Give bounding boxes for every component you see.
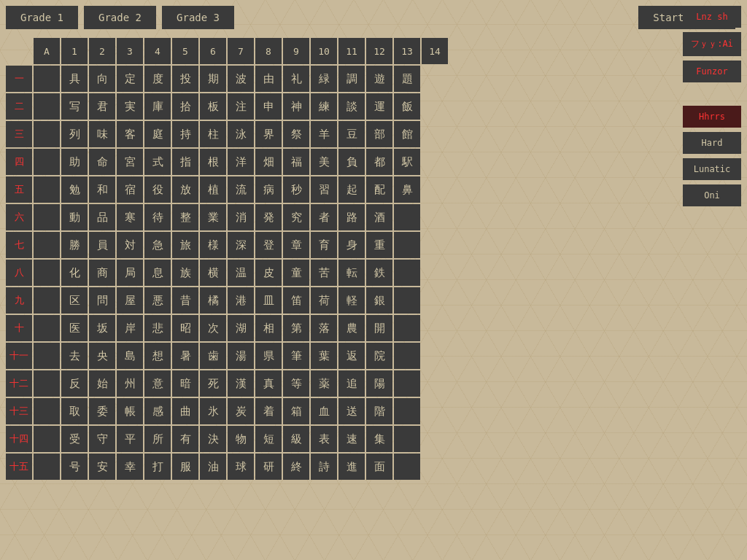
cell-6-7[interactable]: 深 xyxy=(228,232,254,258)
cell-14-1[interactable]: 号 xyxy=(61,454,88,480)
cell-1-5[interactable]: 拾 xyxy=(172,93,198,120)
cell-12-A[interactable] xyxy=(34,398,60,424)
cell-1-2[interactable]: 君 xyxy=(89,93,115,120)
cell-11-11[interactable]: 追 xyxy=(338,370,365,397)
cell-7-7[interactable]: 温 xyxy=(228,260,254,286)
cell-6-9[interactable]: 章 xyxy=(283,232,309,258)
cell-11-3[interactable]: 州 xyxy=(117,370,143,397)
cell-10-10[interactable]: 葉 xyxy=(311,343,337,369)
cell-5-4[interactable]: 待 xyxy=(144,204,171,230)
cell-13-9[interactable]: 級 xyxy=(283,426,309,452)
cell-9-2[interactable]: 坂 xyxy=(89,315,115,341)
cell-12-12[interactable]: 階 xyxy=(366,398,392,424)
cell-0-1[interactable]: 具 xyxy=(61,66,88,92)
col-header-11[interactable]: 11 xyxy=(338,38,365,64)
cell-14-2[interactable]: 安 xyxy=(89,454,115,480)
cell-2-8[interactable]: 界 xyxy=(255,121,282,147)
cell-13-3[interactable]: 平 xyxy=(117,426,143,452)
cell-5-9[interactable]: 究 xyxy=(283,204,309,230)
cell-8-7[interactable]: 港 xyxy=(228,287,254,314)
cell-5-1[interactable]: 動 xyxy=(61,204,88,230)
cell-11-13[interactable] xyxy=(394,370,420,397)
cell-0-3[interactable]: 定 xyxy=(117,66,143,92)
cell-12-5[interactable]: 曲 xyxy=(172,398,198,424)
cell-8-10[interactable]: 荷 xyxy=(311,287,337,314)
cell-10-6[interactable]: 歯 xyxy=(200,343,226,369)
cell-10-4[interactable]: 想 xyxy=(144,343,171,369)
cell-3-10[interactable]: 美 xyxy=(311,149,337,175)
cell-4-2[interactable]: 和 xyxy=(89,176,115,203)
cell-1-4[interactable]: 庫 xyxy=(144,93,171,120)
cell-5-7[interactable]: 消 xyxy=(228,204,254,230)
cell-13-A[interactable] xyxy=(34,426,60,452)
cell-6-2[interactable]: 員 xyxy=(89,232,115,258)
cell-5-6[interactable]: 業 xyxy=(200,204,226,230)
cell-11-7[interactable]: 漢 xyxy=(228,370,254,397)
cell-5-5[interactable]: 整 xyxy=(172,204,198,230)
cell-13-5[interactable]: 有 xyxy=(172,426,198,452)
cell-8-13[interactable] xyxy=(394,287,420,314)
cell-13-4[interactable]: 所 xyxy=(144,426,171,452)
funzor-button[interactable]: Funzor xyxy=(683,61,741,82)
cell-9-13[interactable] xyxy=(394,315,420,341)
cell-4-9[interactable]: 秒 xyxy=(283,176,309,203)
cell-13-1[interactable]: 受 xyxy=(61,426,88,452)
col-header-9[interactable]: 9 xyxy=(283,38,309,64)
cell-4-1[interactable]: 勉 xyxy=(61,176,88,203)
cell-3-6[interactable]: 根 xyxy=(200,149,226,175)
col-header-1[interactable]: 1 xyxy=(61,38,88,64)
col-header-3[interactable]: 3 xyxy=(117,38,143,64)
cell-6-11[interactable]: 身 xyxy=(338,232,365,258)
cell-4-4[interactable]: 役 xyxy=(144,176,171,203)
cell-14-8[interactable]: 研 xyxy=(255,454,282,480)
cell-10-5[interactable]: 暑 xyxy=(172,343,198,369)
cell-14-6[interactable]: 油 xyxy=(200,454,226,480)
cell-6-3[interactable]: 対 xyxy=(117,232,143,258)
col-header-12[interactable]: 12 xyxy=(366,38,392,64)
cell-4-5[interactable]: 放 xyxy=(172,176,198,203)
cell-0-5[interactable]: 投 xyxy=(172,66,198,92)
cell-7-8[interactable]: 皮 xyxy=(255,260,282,286)
cell-6-1[interactable]: 勝 xyxy=(61,232,88,258)
cell-0-9[interactable]: 礼 xyxy=(283,66,309,92)
cell-8-11[interactable]: 軽 xyxy=(338,287,365,314)
cell-0-7[interactable]: 波 xyxy=(228,66,254,92)
grade3-button[interactable]: Grade 3 xyxy=(162,6,234,29)
cell-1-13[interactable]: 飯 xyxy=(394,93,420,120)
cell-7-5[interactable]: 族 xyxy=(172,260,198,286)
cell-4-11[interactable]: 起 xyxy=(338,176,365,203)
cell-9-8[interactable]: 相 xyxy=(255,315,282,341)
cell-0-13[interactable]: 題 xyxy=(394,66,420,92)
cell-6-10[interactable]: 育 xyxy=(311,232,337,258)
cell-12-8[interactable]: 着 xyxy=(255,398,282,424)
cell-12-7[interactable]: 炭 xyxy=(228,398,254,424)
cell-14-5[interactable]: 服 xyxy=(172,454,198,480)
cell-2-10[interactable]: 羊 xyxy=(311,121,337,147)
cell-9-11[interactable]: 農 xyxy=(338,315,365,341)
cell-8-A[interactable] xyxy=(34,287,60,314)
cell-5-10[interactable]: 者 xyxy=(311,204,337,230)
cell-10-7[interactable]: 湯 xyxy=(228,343,254,369)
cell-4-8[interactable]: 病 xyxy=(255,176,282,203)
cell-0-4[interactable]: 度 xyxy=(144,66,171,92)
cell-0-8[interactable]: 由 xyxy=(255,66,282,92)
cell-3-9[interactable]: 福 xyxy=(283,149,309,175)
cell-13-2[interactable]: 守 xyxy=(89,426,115,452)
cell-7-1[interactable]: 化 xyxy=(61,260,88,286)
cell-9-7[interactable]: 湖 xyxy=(228,315,254,341)
cell-10-8[interactable]: 県 xyxy=(255,343,282,369)
cell-2-4[interactable]: 庭 xyxy=(144,121,171,147)
cell-3-3[interactable]: 宮 xyxy=(117,149,143,175)
cell-3-13[interactable]: 駅 xyxy=(394,149,420,175)
grade2-button[interactable]: Grade 2 xyxy=(84,6,156,29)
cell-11-10[interactable]: 薬 xyxy=(311,370,337,397)
cell-6-5[interactable]: 旅 xyxy=(172,232,198,258)
cell-2-9[interactable]: 祭 xyxy=(283,121,309,147)
cell-8-3[interactable]: 屋 xyxy=(117,287,143,314)
col-header-A[interactable]: A xyxy=(34,38,60,64)
lnz-sh-button[interactable]: Lnz sh xyxy=(683,6,741,28)
cell-12-3[interactable]: 帳 xyxy=(117,398,143,424)
cell-2-12[interactable]: 部 xyxy=(366,121,392,147)
cell-6-4[interactable]: 急 xyxy=(144,232,171,258)
cell-8-9[interactable]: 笛 xyxy=(283,287,309,314)
